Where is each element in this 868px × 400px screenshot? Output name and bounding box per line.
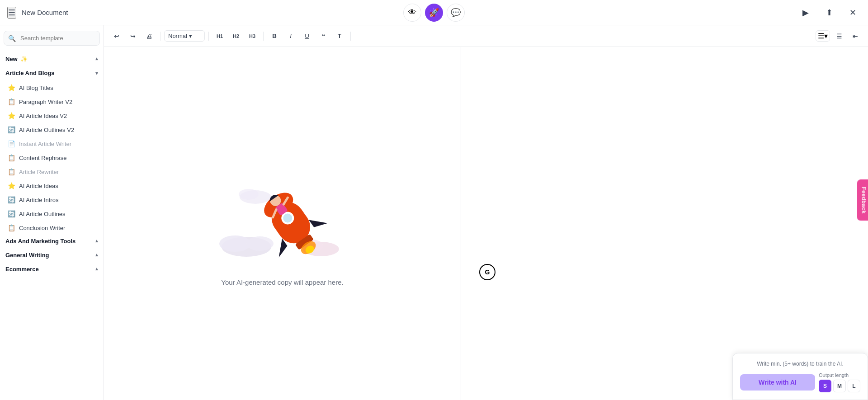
feedback-tab[interactable]: Feedback xyxy=(857,179,868,221)
content-rephrase-icon: 📋 xyxy=(7,154,15,161)
sidebar-scroll[interactable]: 🔍 New ✨ ▾ Article And Blogs ▾ ⭐ xyxy=(0,25,104,400)
undo-button[interactable]: ↩ xyxy=(109,29,124,43)
section-new[interactable]: New ✨ ▾ xyxy=(4,53,100,65)
sidebar-item[interactable]: 📋 Article Rewriter xyxy=(4,165,100,179)
list-button[interactable]: ☰ xyxy=(832,29,846,43)
align-dropdown[interactable]: ☰ ▾ xyxy=(816,30,830,42)
write-with-ai-button[interactable]: Write with AI xyxy=(740,374,815,391)
feedback-label: Feedback xyxy=(860,187,867,213)
undo-icon: ↩ xyxy=(114,33,119,40)
chat-button[interactable]: 💬 xyxy=(447,4,465,22)
eye-button[interactable]: 👁 xyxy=(403,4,421,22)
rocket-button[interactable]: 🚀 xyxy=(425,4,443,22)
document-title: New Document xyxy=(22,9,68,16)
sidebar-item[interactable]: 🔄 AI Article Outlines V2 xyxy=(4,123,100,136)
sidebar-item[interactable]: ⭐ AI Article Ideas xyxy=(4,179,100,193)
h2-icon: H2 xyxy=(233,33,239,39)
output-length-control: Output length S M L xyxy=(819,372,860,392)
upload-button[interactable]: ⬆ xyxy=(821,5,837,21)
ai-article-ideas-v2-icon: ⭐ xyxy=(7,112,15,119)
write-panel-footer: Write with AI Output length S M L xyxy=(740,372,860,392)
right-pane[interactable]: G Write min. (5+ words) to train the AI.… xyxy=(461,47,868,400)
search-input[interactable] xyxy=(4,31,100,46)
italic-button[interactable]: I xyxy=(283,29,298,43)
length-l-button[interactable]: L xyxy=(848,380,860,392)
play-button[interactable]: ▶ xyxy=(797,5,814,21)
sidebar-item[interactable]: 🔄 AI Article Outlines xyxy=(4,207,100,221)
svg-point-1 xyxy=(219,235,251,252)
svg-point-6 xyxy=(239,189,259,200)
search-box: 🔍 xyxy=(4,31,100,46)
editor-content: Your AI-generated copy will appear here.… xyxy=(104,47,868,400)
sidebar-item[interactable]: 📄 Instant Article Writer xyxy=(4,137,100,151)
print-button[interactable]: 🖨 xyxy=(142,29,156,43)
toolbar-divider-4 xyxy=(350,32,351,41)
h3-button[interactable]: H3 xyxy=(245,29,259,43)
h2-button[interactable]: H2 xyxy=(229,29,243,43)
ai-article-intros-label: AI Article Intros xyxy=(19,197,58,203)
length-s-button[interactable]: S xyxy=(819,380,831,392)
hamburger-button[interactable]: ☰ xyxy=(7,7,16,19)
toolbar-divider-2 xyxy=(208,32,209,41)
sidebar-item[interactable]: ⭐ AI Blog Titles xyxy=(4,81,100,94)
style-select[interactable]: Normal ▾ xyxy=(164,30,205,42)
editor-placeholder: Your AI-generated copy will appear here. xyxy=(221,278,343,286)
rocket-svg xyxy=(210,161,355,269)
print-icon: 🖨 xyxy=(146,33,152,40)
ai-article-intros-icon: 🔄 xyxy=(7,196,15,203)
collapse-icon: ⇤ xyxy=(853,33,858,40)
close-icon: ✕ xyxy=(849,8,856,18)
section-ads-marketing[interactable]: Ads And Marketing Tools ▾ xyxy=(4,235,100,247)
section-article-blogs[interactable]: Article And Blogs ▾ xyxy=(4,67,100,79)
close-button[interactable]: ✕ xyxy=(844,5,861,21)
instant-article-writer-label: Instant Article Writer xyxy=(19,141,71,147)
paragraph-writer-label: Paragraph Writer V2 xyxy=(19,99,72,105)
length-m-button[interactable]: M xyxy=(833,380,846,392)
rocket-icon: 🚀 xyxy=(429,8,439,18)
sidebar: 🔍 New ✨ ▾ Article And Blogs ▾ ⭐ xyxy=(0,25,104,400)
h1-button[interactable]: H1 xyxy=(212,29,227,43)
ai-article-ideas-icon: ⭐ xyxy=(7,182,15,189)
new-section-label: New xyxy=(5,56,18,62)
general-writing-chevron: ▾ xyxy=(95,252,98,259)
section-general-writing[interactable]: General Writing ▾ xyxy=(4,249,100,261)
svg-point-2 xyxy=(246,236,274,251)
ai-article-ideas-label: AI Article Ideas xyxy=(19,183,58,189)
quote-button[interactable]: ❝ xyxy=(316,29,330,43)
section-ecommerce[interactable]: Ecommerce ▾ xyxy=(4,263,100,275)
style-label: Normal xyxy=(168,33,187,39)
new-section-chevron: ▾ xyxy=(95,56,98,62)
instant-article-writer-icon: 📄 xyxy=(7,140,15,147)
sidebar-item[interactable]: 🔄 AI Article Intros xyxy=(4,193,100,207)
underline-button[interactable]: U xyxy=(300,29,314,43)
ai-article-ideas-v2-label: AI Article Ideas V2 xyxy=(19,113,67,119)
article-rewriter-icon: 📋 xyxy=(7,168,15,175)
sidebar-item[interactable]: ⭐ AI Article Ideas V2 xyxy=(4,109,100,122)
write-panel-hint: Write min. (5+ words) to train the AI. xyxy=(740,361,860,367)
grammarly-button[interactable]: G xyxy=(479,264,495,280)
clear-format-button[interactable]: T xyxy=(332,29,347,43)
bold-icon: B xyxy=(272,33,277,39)
ecommerce-chevron: ▾ xyxy=(95,266,98,273)
bold-button[interactable]: B xyxy=(267,29,282,43)
sidebar-item[interactable]: 📋 Content Rephrase xyxy=(4,151,100,165)
align-chevron-icon: ▾ xyxy=(824,32,828,40)
chat-icon: 💬 xyxy=(451,8,461,18)
quote-icon: ❝ xyxy=(322,33,325,39)
collapse-button[interactable]: ⇤ xyxy=(848,29,863,43)
article-rewriter-label: Article Rewriter xyxy=(19,169,59,175)
left-pane[interactable]: Your AI-generated copy will appear here. xyxy=(104,47,461,400)
search-icon: 🔍 xyxy=(8,35,16,42)
ai-article-outlines-v2-icon: 🔄 xyxy=(7,126,15,133)
write-panel: Write min. (5+ words) to train the AI. W… xyxy=(732,353,868,400)
toolbar-divider-1 xyxy=(160,32,160,41)
sidebar-item[interactable]: 📋 Paragraph Writer V2 xyxy=(4,95,100,108)
underline-icon: U xyxy=(305,33,309,39)
sidebar-item[interactable]: 📋 Conclusion Writer xyxy=(4,221,100,235)
redo-button[interactable]: ↪ xyxy=(126,29,140,43)
rocket-illustration xyxy=(210,161,355,269)
length-options: S M L xyxy=(819,380,860,392)
top-header: ☰ New Document 👁 🚀 💬 ▶ ⬆ ✕ xyxy=(0,0,868,25)
align-icon: ☰ xyxy=(818,32,824,40)
list-icon: ☰ xyxy=(836,33,842,40)
